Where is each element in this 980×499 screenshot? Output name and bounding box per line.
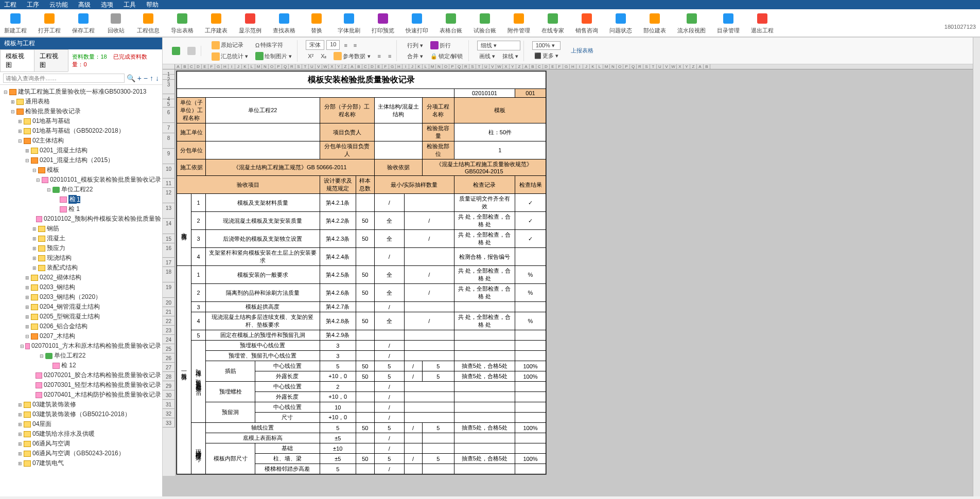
add-icon[interactable]: + [137, 74, 142, 82]
tree-item[interactable]: ⊞06通风与空调 [0, 439, 162, 449]
search-input[interactable] [3, 74, 125, 83]
menu-选项[interactable]: 选项 [101, 1, 113, 9]
remove-icon[interactable]: − [144, 74, 148, 82]
tree-item[interactable]: ⊟建筑工程施工质量验收统一标准GB50300-2013 [0, 87, 162, 97]
tree-item[interactable]: 02070201_胶合木结构检验批质量验收记录 [0, 370, 162, 380]
tree-item[interactable]: ⊞0203_钢结构 [0, 282, 162, 292]
size-select[interactable]: 10 [326, 40, 340, 50]
tree-item[interactable]: ⊞03建筑装饰装修（GB50210-2018） [0, 409, 162, 419]
tree-item[interactable]: ⊞混凝土 [0, 234, 162, 243]
tree-item[interactable]: ⊟0201_混凝土结构（2015） [0, 155, 162, 165]
tree-item[interactable]: ⊞预应力 [0, 243, 162, 253]
toolbar-字体批刷[interactable]: 字体批刷 [338, 11, 360, 34]
toolbar-打开工程[interactable]: 打开工程 [38, 11, 61, 34]
rowcol-button[interactable]: 行列 ▾ [405, 41, 425, 50]
menu-工序[interactable]: 工序 [27, 1, 39, 9]
tree-item[interactable]: ⊞0203_钢结构（2020） [0, 292, 162, 302]
tree-item[interactable]: ⊟单位工程22 [0, 351, 162, 361]
toolbar-快速打印[interactable]: 快速打印 [406, 11, 428, 34]
tree-item[interactable]: ⊞通用表格 [0, 97, 162, 106]
tree-item[interactable]: ⊞钢筋 [0, 224, 162, 234]
toolbar-替换[interactable]: 替换 [307, 11, 326, 34]
tree-item[interactable]: ⊞07建筑电气 [0, 458, 162, 468]
subscript-button[interactable]: X₂ [319, 51, 328, 61]
toolbar-退出工程[interactable]: 退出工程 [751, 11, 774, 34]
tree-item[interactable]: ⊟单位工程22 [0, 185, 162, 194]
toolbar-销售咨询[interactable]: 销售咨询 [575, 11, 598, 34]
document-form[interactable]: 模板安装检验批质量验收记录02010101001单位（子单位）工程名称单位工程2… [176, 70, 547, 475]
toolbar-部位建表[interactable]: 部位建表 [643, 11, 666, 34]
tree-item[interactable]: ⊞0206_铝合金结构 [0, 322, 162, 331]
border-select[interactable]: 细线 ▾ [477, 41, 520, 50]
draw-image-button[interactable]: 绘制图片 ▾ [253, 51, 294, 61]
tree-item[interactable]: ⊞0204_钢管混凝土结构 [0, 302, 162, 312]
tree-item[interactable]: 检 1 [0, 204, 162, 214]
more-button[interactable]: ⬛ 更多 ▾ [532, 51, 561, 61]
spreadsheet-grid[interactable]: ABCDEFGHIJKLMNOPQRSTUVWXYZABCDEFGHIJKLMN… [163, 64, 973, 496]
toolbar-导出表格[interactable]: 导出表格 [171, 11, 194, 34]
tab-project-view[interactable]: 工程视图 [34, 49, 68, 72]
lock-button[interactable]: 🔒 锁定/解锁 [428, 51, 465, 61]
tree-view[interactable]: ⊟建筑工程施工质量验收统一标准GB50300-2013⊞通用表格⊟检验批质量验收… [0, 85, 162, 496]
menu-帮助[interactable]: 帮助 [146, 1, 159, 9]
menu-工具[interactable]: 工具 [124, 1, 136, 9]
tree-item[interactable]: ⊟模板 [0, 165, 162, 175]
align-center-icon[interactable]: ≡ [352, 40, 359, 50]
menu-工程[interactable]: 工程 [4, 1, 16, 9]
tree-item[interactable]: ⊞06通风与空调（GB50243-2016） [0, 449, 162, 458]
down-icon[interactable]: ↓ [155, 74, 159, 82]
toolbar-回收站[interactable]: 回收站 [106, 11, 126, 34]
upload-button[interactable]: 上报表格 [569, 46, 596, 56]
up-icon[interactable]: ↑ [150, 74, 153, 82]
wrap-button[interactable]: 折行 [428, 40, 465, 50]
valign-icon[interactable]: ≡ [376, 51, 383, 61]
toolbar-保存工程[interactable]: 保存工程 [72, 11, 95, 34]
tree-item[interactable]: 02070301_轻型木结构检验批质量验收记录 [0, 380, 162, 390]
toolbar-目录管理[interactable]: 目录管理 [717, 11, 740, 34]
tree-item[interactable]: ⊟02010101_模板安装检验批质量验收记录 [0, 175, 162, 185]
drawline-button[interactable]: 画线 ▾ [477, 51, 497, 61]
tree-item[interactable]: ⊟02070101_方木和原木结构检验批质量验收记录 [0, 341, 162, 351]
toolbar-表格台账[interactable]: 表格台账 [440, 11, 462, 34]
vertical-scrollbar[interactable] [973, 38, 980, 496]
tree-item[interactable]: ⊞0201_混凝土结构 [0, 146, 162, 155]
tree-item[interactable]: ⊞装配式结构 [0, 263, 162, 273]
tree-item[interactable]: ⊞01地基与基础 [0, 116, 162, 126]
toolbar-流水段视图[interactable]: 流水段视图 [677, 11, 706, 34]
tree-item[interactable]: ⊞05建筑给水排水及供暖 [0, 429, 162, 439]
toolbar-查找表格[interactable]: 查找表格 [273, 11, 295, 34]
toolbar-试验台账[interactable]: 试验台账 [474, 11, 496, 34]
search-icon[interactable]: 🔍 [127, 74, 135, 82]
special-char-button[interactable]: Ω 特殊字符 [253, 40, 294, 50]
font-select[interactable]: 宋体 [306, 40, 324, 50]
tree-item[interactable]: ⊞03建筑装饰装修 [0, 400, 162, 409]
tab-template-view[interactable]: 模板视图 [0, 49, 34, 72]
tree-item[interactable]: ⊟检验批质量验收记录 [0, 106, 162, 116]
tree-item[interactable]: 检 1 [0, 194, 162, 204]
toolbar-打印预览[interactable]: 打印预览 [372, 11, 394, 34]
copy-icon[interactable] [185, 46, 198, 56]
raw-record-button[interactable]: 原始记录 [209, 40, 250, 50]
new-sheet-icon[interactable] [170, 46, 182, 56]
toolbar-显示范例[interactable]: 显示范例 [239, 11, 261, 34]
valign2-icon[interactable]: ≡ [386, 51, 393, 61]
tree-item[interactable]: ⊞04屋面 [0, 419, 162, 429]
toolbar-在线专家[interactable]: 在线专家 [541, 11, 564, 34]
menu-云功能[interactable]: 云功能 [49, 1, 68, 9]
tree-item[interactable]: ⊞现浇结构 [0, 253, 162, 263]
zoom-select[interactable]: 100% ▾ [532, 41, 561, 50]
tree-item[interactable]: ⊟02主体结构 [0, 136, 162, 146]
toolbar-问题状态[interactable]: 问题状态 [609, 11, 632, 34]
tree-item[interactable]: ⊞01地基与基础（GB50202-2018） [0, 126, 162, 136]
ref-data-button[interactable]: 参考数据 ▾ [331, 51, 372, 61]
tree-item[interactable]: 02070401_木结构防护检验批质量验收记录 [0, 390, 162, 400]
superscript-button[interactable]: X² [306, 51, 316, 61]
menu-高级[interactable]: 高级 [78, 1, 91, 9]
toolbar-附件管理[interactable]: 附件管理 [507, 11, 530, 34]
tree-item[interactable]: ⊞0202_砌体结构 [0, 273, 162, 282]
eraseline-button[interactable]: 抹线 ▾ [500, 51, 520, 61]
toolbar-工程信息[interactable]: 工程信息 [137, 11, 160, 34]
summary-button[interactable]: 汇总统计 ▾ [209, 51, 250, 62]
toolbar-新建工程[interactable]: 新建工程 [4, 11, 27, 34]
tree-item[interactable]: ⊞0205_型钢混凝土结构 [0, 312, 162, 322]
